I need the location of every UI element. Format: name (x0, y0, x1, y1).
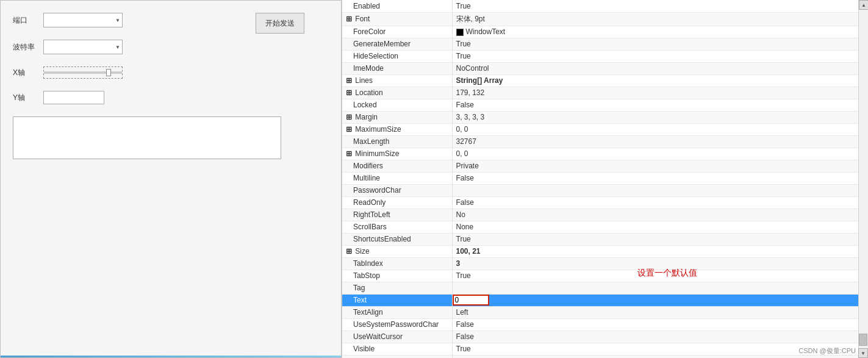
prop-value (452, 184, 858, 196)
table-row[interactable]: ⊞ LinesString[] Array (342, 74, 858, 87)
table-row[interactable]: MultilineFalse (342, 172, 858, 184)
prop-value: String[] Array (452, 74, 858, 87)
table-row[interactable]: ⊞ Font宋体, 9pt (342, 12, 858, 26)
prop-name: Multiline (342, 172, 452, 184)
prop-value: False (452, 196, 858, 209)
color-swatch (456, 29, 464, 36)
prop-name: TextAlign (342, 306, 452, 318)
table-row[interactable]: TextAlignLeft (342, 306, 858, 318)
table-row[interactable]: VisibleTrue (342, 343, 858, 355)
y-axis-input[interactable] (43, 91, 104, 104)
port-select-wrapper (43, 13, 123, 27)
table-row[interactable]: ⊞ Margin3, 3, 3, 3 (342, 111, 858, 123)
prop-name: Locked (342, 99, 452, 111)
prop-name: UseSystemPasswordChar (342, 318, 452, 331)
x-axis-row: X轴 (13, 66, 329, 79)
prop-name: ⊞ Lines (342, 74, 452, 87)
prop-value: No (452, 209, 858, 221)
table-row[interactable]: HideSelectionTrue (342, 50, 858, 62)
table-row[interactable]: UseWaitCursorFalse (342, 331, 858, 343)
baud-select-wrapper (43, 40, 123, 54)
prop-value: Private (452, 160, 858, 172)
prop-name: ⊞ Size (342, 245, 452, 257)
table-row[interactable]: TabIndex3 (342, 257, 858, 270)
y-axis-label: Y轴 (13, 93, 43, 103)
prop-value: 0, 0 (452, 123, 858, 135)
table-row[interactable]: GenerateMemberTrue (342, 38, 858, 50)
watermark: CSDN @俊量:CPU (798, 346, 856, 356)
prop-value: True (452, 343, 858, 355)
prop-name: Enabled (342, 0, 452, 12)
table-row[interactable]: ⊞ MaximumSize0, 0 (342, 123, 858, 135)
table-row[interactable]: MaxLength32767 (342, 135, 858, 148)
table-row[interactable]: TabStopTrue (342, 270, 858, 282)
table-row[interactable]: Text (342, 294, 858, 306)
table-row[interactable]: EnabledTrue (342, 0, 858, 12)
prop-value: True (452, 355, 858, 358)
y-axis-row: Y轴 (13, 91, 329, 104)
table-row[interactable]: WordWrapTrue (342, 355, 858, 358)
prop-value: 3, 3, 3, 3 (452, 111, 858, 123)
prop-value: True (452, 0, 858, 12)
prop-value: False (452, 99, 858, 111)
annotation-text: 设置一个默认值 (637, 268, 697, 279)
prop-name: Visible (342, 343, 452, 355)
prop-value[interactable] (452, 294, 858, 306)
table-row[interactable]: ModifiersPrivate (342, 160, 858, 172)
left-panel: 端口 波特率 开始发送 X轴 Y轴 (0, 0, 342, 358)
bottom-accent-bar (1, 356, 341, 357)
properties-wrapper: EnabledTrue⊞ Font宋体, 9ptForeColorWindowT… (342, 0, 868, 358)
prop-value: None (452, 221, 858, 233)
prop-value: True (452, 38, 858, 50)
table-row[interactable]: ReadOnlyFalse (342, 196, 858, 209)
prop-name: HideSelection (342, 50, 452, 62)
prop-name: GenerateMember (342, 38, 452, 50)
table-row[interactable]: RightToLeftNo (342, 209, 858, 221)
table-row[interactable]: ForeColorWindowText (342, 26, 858, 38)
prop-name: RightToLeft (342, 209, 452, 221)
properties-table: EnabledTrue⊞ Font宋体, 9ptForeColorWindowT… (342, 0, 858, 358)
prop-name: TabIndex (342, 257, 452, 270)
scroll-up-arrow[interactable]: ▲ (859, 0, 868, 10)
scroll-thumb[interactable] (859, 334, 867, 346)
baud-row: 波特率 (13, 40, 329, 54)
table-row[interactable]: Tag (342, 282, 858, 294)
prop-name: PasswordChar (342, 184, 452, 196)
text-property-input[interactable] (453, 295, 489, 306)
x-axis-slider[interactable] (43, 66, 123, 79)
prop-name: ⊞ MinimumSize (342, 148, 452, 160)
table-row[interactable]: ImeModeNoControl (342, 62, 858, 74)
prop-value: 0, 0 (452, 148, 858, 160)
port-select[interactable] (43, 13, 123, 27)
table-row[interactable]: PasswordChar (342, 184, 858, 196)
prop-value: 100, 21 (452, 245, 858, 257)
prop-value: Left (452, 306, 858, 318)
prop-value: False (452, 318, 858, 331)
prop-value: True (452, 50, 858, 62)
port-label: 端口 (13, 15, 43, 26)
main-textarea-container (13, 116, 281, 159)
prop-value: 宋体, 9pt (452, 12, 858, 26)
prop-name: ScrollBars (342, 221, 452, 233)
prop-name: ⊞ MaximumSize (342, 123, 452, 135)
prop-name: ⊞ Margin (342, 111, 452, 123)
table-row[interactable]: ScrollBarsNone (342, 221, 858, 233)
prop-name: ImeMode (342, 62, 452, 74)
table-row[interactable]: UseSystemPasswordCharFalse (342, 318, 858, 331)
table-row[interactable]: ⊞ Location179, 132 (342, 87, 858, 99)
prop-name: Text (342, 294, 452, 306)
table-row[interactable]: ⊞ MinimumSize0, 0 (342, 148, 858, 160)
scrollbar[interactable]: ▲ ▼ (858, 0, 868, 358)
prop-value: WindowText (452, 26, 858, 38)
scroll-down-arrow[interactable]: ▼ (858, 348, 868, 358)
start-button[interactable]: 开始发送 (256, 13, 304, 34)
baud-select[interactable] (43, 40, 123, 54)
main-textarea[interactable] (13, 117, 281, 159)
table-row[interactable]: LockedFalse (342, 99, 858, 111)
prop-value: False (452, 172, 858, 184)
table-row[interactable]: ShortcutsEnabledTrue (342, 233, 858, 245)
table-row[interactable]: ⊞ Size100, 21 (342, 245, 858, 257)
prop-name: TabStop (342, 270, 452, 282)
baud-label: 波特率 (13, 42, 43, 52)
x-axis-label: X轴 (13, 68, 43, 78)
